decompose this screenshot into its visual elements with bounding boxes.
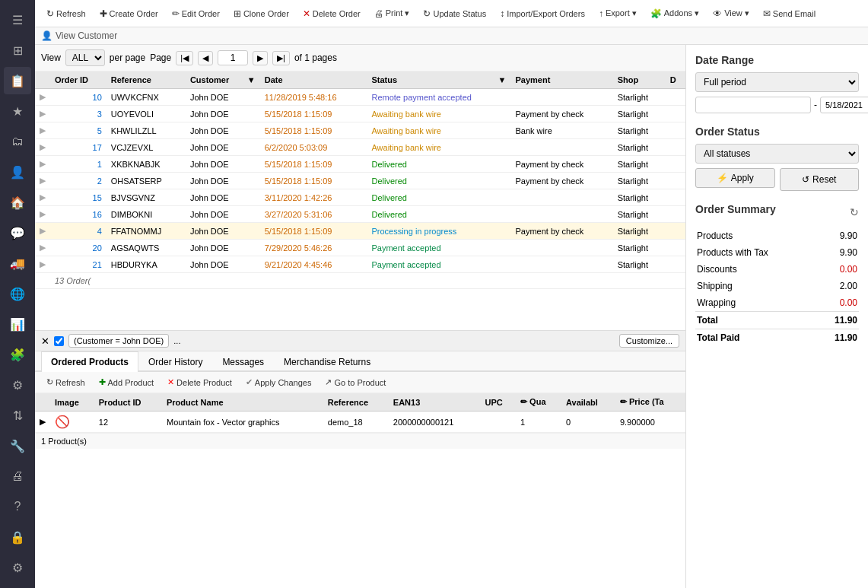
- settings2-icon[interactable]: ⚙: [4, 371, 31, 399]
- products-refresh-btn[interactable]: ↻ Refresh: [41, 375, 91, 389]
- tab-messages[interactable]: Messages: [212, 351, 274, 372]
- customer-cell: John DOE: [186, 189, 260, 206]
- table-row[interactable]: ▶ 5 KHWLILZLL John DOE 5/15/2018 1:15:09…: [35, 122, 685, 139]
- edit-order-btn[interactable]: ✏Edit Order: [167, 6, 225, 21]
- d-cell: [666, 139, 685, 156]
- globe-icon[interactable]: 🌐: [4, 280, 31, 307]
- help-icon[interactable]: ?: [4, 493, 31, 520]
- tab-order-history[interactable]: Order History: [138, 351, 212, 372]
- summary-table: Products 9.90 Products with Tax 9.90 Dis…: [695, 227, 859, 346]
- orders-icon[interactable]: 📋: [4, 67, 31, 94]
- apply-changes-btn[interactable]: ✔ Apply Changes: [240, 375, 317, 389]
- export-btn[interactable]: ↑Export ▾: [593, 6, 642, 21]
- date-from-input[interactable]: [695, 97, 811, 113]
- go-to-product-btn[interactable]: ↗ Go to Product: [320, 375, 391, 389]
- favorites-icon[interactable]: ★: [4, 97, 31, 125]
- view-customer-btn[interactable]: 👤 View Customer: [41, 30, 117, 41]
- table-row[interactable]: ▶ 16 DIMBOKNI John DOE 3/27/2020 5:31:06…: [35, 206, 685, 223]
- full-period-select[interactable]: Full period: [695, 72, 859, 92]
- addons-icon: 🧩: [650, 8, 662, 19]
- table-row[interactable]: ▶ 20 AGSAQWTS John DOE 7/29/2020 5:46:26…: [35, 240, 685, 256]
- col-customer[interactable]: Customer ▼: [186, 72, 260, 89]
- summary-refresh-btn[interactable]: ↻: [850, 206, 859, 218]
- customize-btn[interactable]: Customize...: [619, 334, 679, 348]
- delete-product-btn[interactable]: ✕ Delete Product: [162, 375, 237, 389]
- d-cell: [666, 122, 685, 139]
- col-payment[interactable]: Payment: [510, 72, 612, 89]
- importexport-icon: ↕: [500, 8, 504, 19]
- first-page-btn[interactable]: |◀: [176, 51, 193, 65]
- drag-handle: ▶: [35, 240, 50, 256]
- dashboard-icon[interactable]: ⊞: [4, 37, 31, 64]
- view-select[interactable]: ALL: [65, 49, 105, 66]
- summary-value: 9.90: [817, 244, 860, 261]
- print2-icon[interactable]: 🖨: [4, 462, 31, 490]
- send-email-btn[interactable]: ✉Send Email: [758, 6, 821, 21]
- date-to-input[interactable]: [820, 97, 868, 113]
- orders-table: Order ID Reference Customer ▼ Date Statu…: [35, 72, 685, 289]
- prod-id: 12: [94, 412, 162, 433]
- table-row[interactable]: ▶ 17 VCJZEVXL John DOE 6/2/2020 5:03:09 …: [35, 139, 685, 156]
- analytics-icon[interactable]: 📊: [4, 310, 31, 338]
- col-date[interactable]: Date: [260, 72, 367, 89]
- table-row[interactable]: ▶ 21 HBDURYKA John DOE 9/21/2020 4:45:46…: [35, 256, 685, 273]
- last-page-btn[interactable]: ▶|: [272, 51, 290, 65]
- prev-page-btn[interactable]: ◀: [198, 51, 213, 65]
- prod-price: 9.900000: [615, 412, 685, 433]
- hamburger-icon[interactable]: ☰: [4, 6, 31, 33]
- view-btn[interactable]: 👁View ▾: [707, 6, 755, 21]
- tab-merchandise-returns[interactable]: Merchandise Returns: [274, 351, 380, 372]
- add-product-btn[interactable]: ✚ Add Product: [94, 375, 160, 389]
- prod-col-name: Product Name: [162, 393, 323, 412]
- shipping-icon[interactable]: 🚚: [4, 250, 31, 277]
- refresh-btn[interactable]: ↻Refresh: [41, 6, 91, 21]
- order-id-cell: 4: [50, 223, 107, 240]
- filter-checkbox[interactable]: [54, 336, 64, 346]
- col-reference[interactable]: Reference: [107, 72, 186, 89]
- print-btn[interactable]: 🖨Print ▾: [369, 6, 415, 21]
- puzzle-icon[interactable]: 🧩: [4, 341, 31, 368]
- table-row[interactable]: ▶ 10 UWVKCFNX John DOE 11/28/2019 5:48:1…: [35, 89, 685, 106]
- reset-btn[interactable]: ↺ Reset: [780, 168, 860, 191]
- order-id-cell: 1: [50, 156, 107, 173]
- delete-icon: ✕: [303, 8, 310, 19]
- customers-icon[interactable]: 👤: [4, 158, 31, 186]
- next-page-btn[interactable]: ▶: [253, 51, 268, 65]
- col-status[interactable]: Status ▼: [367, 72, 510, 89]
- shop-cell: Starlight: [613, 122, 666, 139]
- delete-order-btn[interactable]: ✕Delete Order: [297, 6, 366, 21]
- clone-order-btn[interactable]: ⊞Clone Order: [228, 6, 294, 21]
- col-shop[interactable]: Shop: [613, 72, 666, 89]
- import-export-btn[interactable]: ↕Import/Export Orders: [494, 6, 590, 21]
- gear-icon[interactable]: ⚙: [4, 554, 31, 581]
- order-status-select[interactable]: All statuses: [695, 144, 859, 164]
- table-row[interactable]: ▶ 4 FFATNOMMJ John DOE 5/15/2018 1:15:09…: [35, 223, 685, 240]
- page-input[interactable]: [218, 50, 248, 65]
- status-cell: Payment accepted: [367, 256, 510, 273]
- table-row[interactable]: ▶ 2 OHSATSERP John DOE 5/15/2018 1:15:09…: [35, 173, 685, 189]
- create-order-btn[interactable]: ✚Create Order: [94, 6, 164, 21]
- reference-cell: DIMBOKNI: [107, 206, 186, 223]
- transfer-icon[interactable]: ⇅: [4, 402, 31, 429]
- messages-icon[interactable]: 💬: [4, 219, 31, 246]
- table-row[interactable]: ▶ 3 UOYEVOLI John DOE 5/15/2018 1:15:09 …: [35, 106, 685, 122]
- col-order-id[interactable]: Order ID: [50, 72, 107, 89]
- addons-btn[interactable]: 🧩Addons ▾: [645, 6, 704, 21]
- tab-ordered-products[interactable]: Ordered Products: [41, 351, 138, 372]
- d-cell: [666, 223, 685, 240]
- order-id-cell: 17: [50, 139, 107, 156]
- product-row[interactable]: ▶ 🚫 12 Mountain fox - Vector graphics de…: [35, 412, 685, 433]
- home-icon[interactable]: 🏠: [4, 189, 31, 216]
- tools-icon[interactable]: 🔧: [4, 432, 31, 459]
- prod-col-image: Image: [50, 393, 94, 412]
- filter-close-btn[interactable]: ✕: [41, 335, 49, 347]
- table-row[interactable]: ▶ 15 BJVSGVNZ John DOE 3/11/2020 1:42:26…: [35, 189, 685, 206]
- col-d[interactable]: D: [666, 72, 685, 89]
- lock-icon[interactable]: 🔒: [4, 523, 31, 551]
- view-icon: 👁: [713, 8, 722, 19]
- catalog-icon[interactable]: 🗂: [4, 128, 31, 155]
- table-row[interactable]: ▶ 1 XKBKNABJK John DOE 5/15/2018 1:15:09…: [35, 156, 685, 173]
- apply-btn[interactable]: ⚡ Apply: [695, 168, 775, 188]
- prod-avail: 0: [561, 412, 615, 433]
- update-status-btn[interactable]: ↻Update Status: [418, 6, 491, 21]
